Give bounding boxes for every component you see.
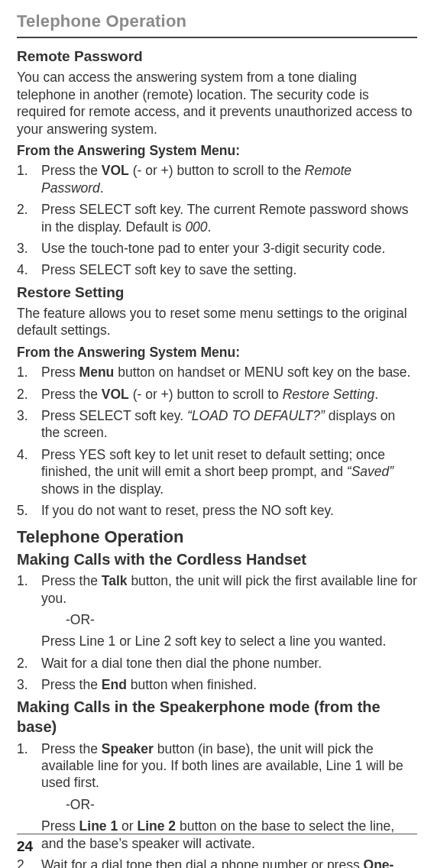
- list-item: 2. Press SELECT soft key. The current Re…: [17, 201, 417, 235]
- footer-rule: [17, 834, 417, 834]
- list-item: 4. Press YES soft key to let unit reset …: [17, 446, 417, 497]
- section-remote-password-title: Remote Password: [17, 47, 417, 66]
- restore-setting-intro: The feature allows you to reset some men…: [17, 305, 417, 339]
- list-item: 3. Press the End button when finished.: [17, 676, 417, 693]
- list-item: 1. Press the Speaker button (in base), t…: [17, 740, 417, 792]
- step-number: 5.: [17, 502, 34, 519]
- step-text: Press SELECT soft key. The current Remot…: [41, 201, 417, 235]
- speakerphone-steps-cont: 2. Wait for a dial tone then dial a phon…: [17, 857, 417, 868]
- step-text: Press the Talk button, the unit will pic…: [41, 572, 417, 607]
- step-number: 1.: [17, 162, 34, 196]
- step-text: Wait for a dial tone then dial the phone…: [41, 655, 417, 672]
- step-number: 3.: [17, 407, 34, 442]
- cordless-steps: 1. Press the Talk button, the unit will …: [17, 572, 417, 607]
- step-alt-text: Press Line 1 or Line 2 button on the bas…: [17, 818, 417, 852]
- step-number: 1.: [17, 364, 34, 381]
- step-text: Press the Speaker button (in base), the …: [41, 740, 417, 792]
- step-text: Press SELECT soft key. “LOAD TO DEFAULT?…: [41, 407, 417, 442]
- or-separator: -OR-: [17, 611, 417, 628]
- step-text: Press SELECT soft key to save the settin…: [41, 261, 417, 278]
- step-text: Press the End button when finished.: [41, 676, 417, 693]
- section-telephone-operation-title: Telephone Operation: [17, 526, 417, 548]
- remote-password-intro: You can access the answering system from…: [17, 69, 417, 138]
- or-separator: -OR-: [17, 796, 417, 813]
- section-restore-setting-title: Restore Setting: [17, 283, 417, 302]
- step-text: Press YES soft key to let unit reset to …: [41, 446, 417, 497]
- remote-password-steps: 1. Press the VOL (- or +) button to scro…: [17, 162, 417, 278]
- step-number: 1.: [17, 572, 34, 607]
- step-number: 2.: [17, 386, 34, 403]
- step-number: 2.: [17, 655, 34, 672]
- remote-password-menu-label: From the Answering System Menu:: [17, 142, 417, 159]
- header-rule: [17, 37, 417, 38]
- list-item: 3. Use the touch-tone pad to enter your …: [17, 240, 417, 257]
- list-item: 1. Press the VOL (- or +) button to scro…: [17, 162, 417, 196]
- list-item: 2. Wait for a dial tone then dial the ph…: [17, 655, 417, 672]
- list-item: 2. Press the VOL (- or +) button to scro…: [17, 386, 417, 403]
- step-text: Press Menu button on handset or MENU sof…: [41, 364, 417, 381]
- cordless-steps-cont: 2. Wait for a dial tone then dial the ph…: [17, 655, 417, 694]
- step-text: Use the touch-tone pad to enter your 3-d…: [41, 240, 417, 257]
- step-text: Press the VOL (- or +) button to scroll …: [41, 386, 417, 403]
- step-number: 3.: [17, 676, 34, 693]
- step-alt-text: Press Line 1 or Line 2 soft key to selec…: [17, 633, 417, 649]
- step-number: 2.: [17, 857, 34, 868]
- page-number: 24: [17, 837, 33, 856]
- step-number: 2.: [17, 201, 34, 235]
- restore-setting-steps: 1. Press Menu button on handset or MENU …: [17, 364, 417, 519]
- list-item: 2. Wait for a dial tone then dial a phon…: [17, 857, 417, 868]
- step-text: Press the VOL (- or +) button to scroll …: [41, 162, 417, 196]
- step-number: 4.: [17, 261, 34, 278]
- list-item: 3. Press SELECT soft key. “LOAD TO DEFAU…: [17, 407, 417, 442]
- list-item: 1. Press Menu button on handset or MENU …: [17, 364, 417, 381]
- list-item: 1. Press the Talk button, the unit will …: [17, 572, 417, 607]
- list-item: 5. If you do not want to reset, press th…: [17, 502, 417, 519]
- subhead-cordless: Making Calls with the Cordless Handset: [17, 550, 417, 570]
- step-number: 3.: [17, 240, 34, 257]
- speakerphone-steps: 1. Press the Speaker button (in base), t…: [17, 740, 417, 792]
- step-number: 4.: [17, 446, 34, 497]
- list-item: 4. Press SELECT soft key to save the set…: [17, 261, 417, 278]
- step-text: If you do not want to reset, press the N…: [41, 502, 417, 519]
- page-header: Telephone Operation: [17, 11, 417, 32]
- restore-setting-menu-label: From the Answering System Menu:: [17, 344, 417, 361]
- subhead-speakerphone: Making Calls in the Speakerphone mode (f…: [17, 698, 417, 737]
- step-text: Wait for a dial tone then dial a phone n…: [41, 857, 417, 868]
- step-number: 1.: [17, 740, 34, 792]
